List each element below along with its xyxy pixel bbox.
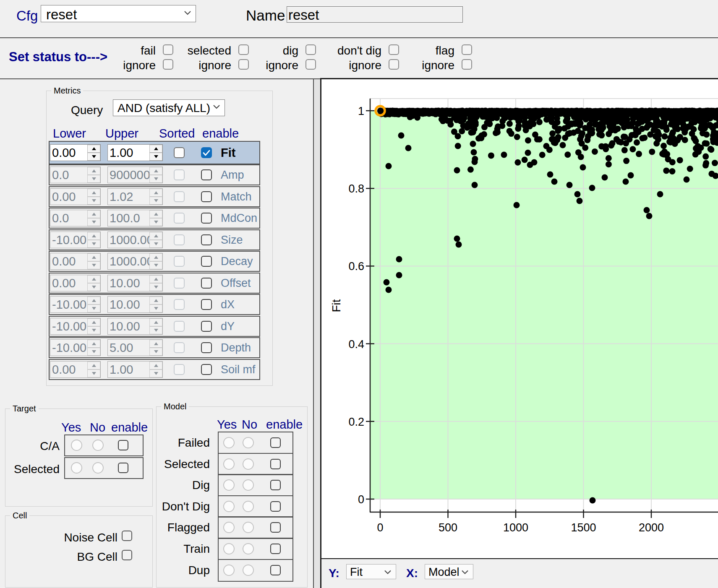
svg-text:1: 1	[358, 105, 364, 117]
svg-text:0.2: 0.2	[348, 416, 364, 428]
svg-text:0.4: 0.4	[348, 338, 364, 351]
svg-text:0.6: 0.6	[348, 260, 364, 273]
svg-text:0.8: 0.8	[348, 182, 364, 195]
svg-text:Fit: Fit	[330, 299, 343, 312]
svg-text:1500: 1500	[571, 521, 596, 534]
svg-text:1000: 1000	[503, 521, 528, 534]
svg-text:0: 0	[358, 493, 364, 506]
svg-text:2000: 2000	[639, 521, 664, 534]
svg-text:0: 0	[377, 521, 383, 534]
svg-text:500: 500	[439, 521, 457, 534]
